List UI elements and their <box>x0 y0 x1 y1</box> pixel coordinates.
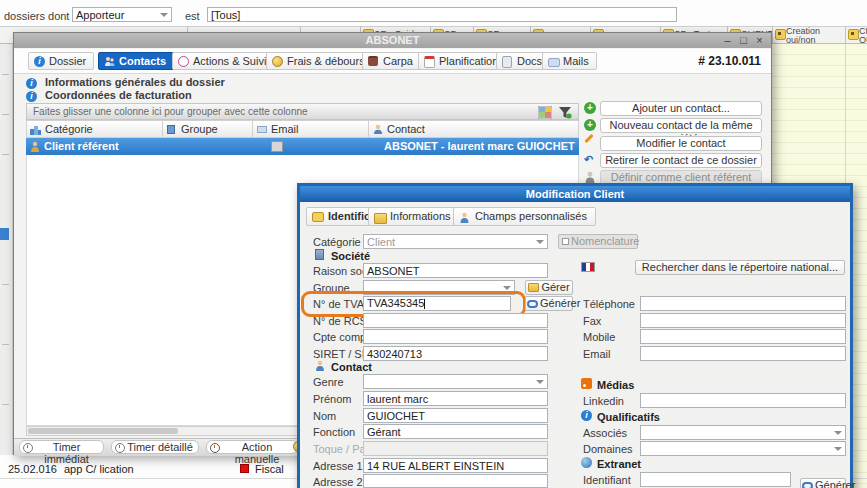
filter-value-input[interactable] <box>207 7 677 22</box>
link-infos-generales[interactable]: i Informations générales du dossier <box>26 76 225 89</box>
grid-view-icon[interactable] <box>538 106 552 119</box>
column-header-groupe[interactable]: Groupe <box>163 120 253 138</box>
tab-label: Dossier <box>49 55 86 67</box>
raison-sociale-input[interactable] <box>363 263 548 278</box>
button-label: Définir comme client référent <box>611 171 752 183</box>
siret-input[interactable] <box>363 346 548 361</box>
generer-password-button[interactable]: Générer <box>800 478 846 488</box>
section-contact: Contact <box>331 361 372 373</box>
tva-label: N° de TVA <box>313 298 364 310</box>
tva-input[interactable]: TVA345345 <box>363 296 511 311</box>
modification-client-dialog: Modification Client Identification Infor… <box>297 183 853 488</box>
fonction-input[interactable] <box>363 424 548 439</box>
group-hint: Faites glisser une colonne ici pour grou… <box>33 106 308 117</box>
column-label: Groupe <box>181 123 218 135</box>
section-societe: Société <box>331 250 370 262</box>
adresse2-input[interactable] <box>363 474 548 488</box>
rcs-input[interactable] <box>363 313 548 328</box>
genre-combo[interactable] <box>363 374 548 389</box>
client-referent-icon <box>30 141 40 152</box>
bg-column-choix[interactable]: CHOIX OUI/N <box>845 26 867 44</box>
search-national-directory-button[interactable]: Rechercher dans le répertoire national..… <box>635 260 845 275</box>
rss-icon <box>581 378 592 389</box>
column-header-contact[interactable]: Contact <box>369 120 579 138</box>
nom-input[interactable] <box>363 408 548 423</box>
cpte-input[interactable] <box>363 329 548 344</box>
contact-row[interactable]: Client référent ABSONET - laurent marc G… <box>26 138 579 155</box>
link-coordonnees-facturation[interactable]: i Coordonnées de facturation <box>26 89 192 102</box>
chevron-down-icon <box>536 240 544 244</box>
action-manuelle-button[interactable]: Action manuelle <box>206 440 298 454</box>
telephone-label: Téléphone <box>583 298 635 310</box>
bg-column-label: Creation oui/non <box>786 26 820 44</box>
tab-actions-suivi[interactable]: Actions & Suivi <box>172 52 274 70</box>
undo-icon: ↶ <box>584 153 596 165</box>
person-icon <box>315 360 325 371</box>
rcs-label: N° de RCS <box>313 315 367 327</box>
timer-detaille-button[interactable]: Timer détaillé <box>111 440 199 454</box>
filter-field-value: Apporteur <box>76 9 124 21</box>
fax-input[interactable] <box>640 313 846 328</box>
domaines-combo[interactable] <box>640 441 846 456</box>
column-label: Email <box>271 123 299 135</box>
column-icon <box>848 29 859 40</box>
associes-combo[interactable] <box>640 425 846 440</box>
generer-tva-button[interactable]: Générer <box>525 296 573 311</box>
adresse1-input[interactable] <box>363 458 548 473</box>
tab-planification[interactable]: Planification <box>418 52 506 70</box>
telephone-input[interactable] <box>640 296 846 311</box>
linkedin-input[interactable] <box>640 393 846 408</box>
nomenclature-icon <box>562 238 569 245</box>
minimize-button[interactable]: – <box>720 34 735 47</box>
dialog-tab-champs-personnalises[interactable]: Champs personnalisés <box>453 207 596 226</box>
dialog-titlebar[interactable]: Modification Client <box>300 186 850 202</box>
text-cursor <box>424 299 425 309</box>
tab-label: Champs personnalisés <box>475 210 587 222</box>
info-icon: i <box>26 78 37 89</box>
email-input[interactable] <box>640 346 846 361</box>
tab-contacts[interactable]: Contacts <box>98 52 174 70</box>
column-header-categorie[interactable]: Catégorie <box>26 120 163 138</box>
info-icon: i <box>34 56 45 67</box>
add-contact-button[interactable]: Ajouter un contact... <box>600 101 762 116</box>
filter-funnel-icon[interactable] <box>558 106 572 119</box>
window-titlebar[interactable]: ABSONET <box>14 33 771 48</box>
mobile-input[interactable] <box>640 329 846 344</box>
section-qualificatifs: Qualificatifs <box>597 411 660 423</box>
close-button[interactable]: × <box>752 34 767 47</box>
tab-dossier[interactable]: i Dossier <box>28 52 94 70</box>
section-extranet: Extranet <box>597 458 641 470</box>
button-label: Rechercher dans le répertoire national..… <box>642 261 838 273</box>
bg-column-creation[interactable]: Creation oui/non <box>772 26 845 44</box>
column-icon <box>775 29 786 40</box>
column-header-email[interactable]: Email <box>253 120 369 138</box>
filter-prefix-label: dossiers dont <box>4 10 69 22</box>
tab-frais-debours[interactable]: Frais & débours <box>266 52 373 70</box>
row-category: Client référent <box>44 138 119 155</box>
gerer-button[interactable]: Gérer ... <box>525 280 573 295</box>
timer-immediat-button[interactable]: Timer immédiat <box>19 440 104 454</box>
edit-contact-button[interactable]: Modifier le contact <box>600 136 762 151</box>
row-email-checkbox[interactable] <box>271 141 283 152</box>
scrollbar-thumb[interactable] <box>28 428 178 434</box>
person-icon <box>584 171 596 183</box>
carpa-icon <box>368 56 378 66</box>
email-icon <box>257 126 267 133</box>
prenom-input[interactable] <box>363 391 548 406</box>
globe-icon <box>581 457 592 468</box>
identifiant-input[interactable] <box>640 472 791 487</box>
tab-label: Mails <box>563 55 589 67</box>
genre-label: Genre <box>313 376 344 388</box>
nom-label: Nom <box>313 410 336 422</box>
coin-icon <box>272 56 283 67</box>
tab-mails[interactable]: Mails <box>542 52 597 70</box>
remove-contact-button[interactable]: Retirer le contact de ce dossier <box>600 153 762 168</box>
tab-label: Actions & Suivi <box>193 55 266 67</box>
new-contact-same-company-button[interactable]: Nouveau contact de la même société <box>600 118 762 133</box>
maximize-button[interactable]: □ <box>736 34 751 47</box>
linkedin-label: Linkedin <box>583 395 624 407</box>
tab-carpa[interactable]: Carpa <box>362 52 421 70</box>
filter-field-dropdown[interactable]: Apporteur <box>72 7 172 22</box>
chevron-down-icon <box>834 447 842 451</box>
tva-value: TVA345345 <box>367 297 424 309</box>
